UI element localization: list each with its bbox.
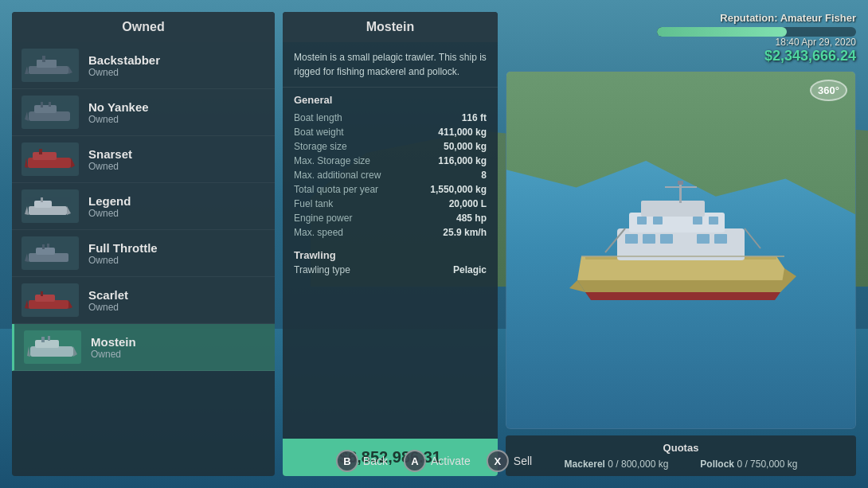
stat-value-total-quota: 1,550,000 kg [430,184,487,195]
svg-marker-19 [67,206,71,215]
ship-thumb-full-throttle [22,236,79,270]
ships-panel: Owned Backstabber Owned [12,12,275,476]
stat-value-max-speed: 25.9 km/h [443,227,487,238]
svg-marker-35 [73,346,77,357]
svg-rect-51 [678,181,683,185]
stat-value-fuel-tank: 20,000 L [449,198,487,209]
ship-item-no-yankee[interactable]: No Yankee Owned [12,89,275,136]
svg-rect-6 [34,105,57,113]
quota-label-mackerel: Mackerel [565,459,605,470]
ship-status-legend: Owned [88,208,131,219]
ship-item-backstabber[interactable]: Backstabber Owned [12,42,275,89]
ship-item-full-throttle[interactable]: Full Throttle Owned [12,230,275,277]
ship-name-snarset: Snarset [88,147,132,161]
svg-rect-50 [665,186,697,188]
stat-value-max-crew: 8 [481,170,487,181]
svg-marker-9 [25,111,29,121]
stat-row-boat-length: Boat length 116 ft [294,111,487,125]
ship-item-mostein[interactable]: Mostein Owned [12,324,275,371]
svg-rect-33 [48,336,50,341]
control-sell-label: Sell [514,455,532,467]
svg-rect-7 [41,102,43,107]
ship-status-no-yankee: Owned [88,114,149,125]
svg-marker-4 [68,66,72,74]
stat-label-max-crew: Max. additional crew [294,170,381,181]
svg-rect-11 [33,152,57,160]
control-sell[interactable]: X Sell [487,450,532,472]
stat-label-boat-weight: Boat weight [294,127,344,138]
control-back[interactable]: B Back [336,450,388,472]
stat-value-boat-length: 116 ft [462,112,487,123]
view-360-badge[interactable]: 360° [810,80,847,101]
svg-rect-2 [42,56,45,62]
time-display: 18:40 Apr 29, 2020 [776,37,856,48]
reputation-bar-bg [657,27,856,37]
svg-marker-29 [68,300,72,309]
btn-circle-sell: X [487,450,509,472]
svg-rect-42 [660,234,673,244]
svg-rect-31 [35,340,59,348]
stat-row-max-crew: Max. additional crew 8 [294,168,487,182]
stat-row-max-storage: Max. Storage size 116,000 kg [294,154,487,168]
svg-rect-22 [42,244,45,249]
bottom-controls: B Back A Activate X Sell [336,450,532,472]
ship-info-snarset: Snarset Owned [88,147,132,172]
stat-value-boat-weight: 411,000 kg [438,127,487,138]
ship-status-full-throttle: Owned [88,255,158,266]
svg-rect-39 [641,201,705,217]
ship-item-snarset[interactable]: Snarset Owned [12,136,275,183]
svg-rect-17 [41,197,43,202]
stat-label-total-quota: Total quota per year [294,184,378,195]
svg-marker-34 [27,346,30,357]
right-panel: Reputation: Amateur Fisher 18:40 Apr 29,… [506,12,856,476]
quota-item-pollock: Pollock 0 / 750,000 kg [700,459,797,470]
trawling-type-label: Trawling type [294,264,350,275]
svg-rect-12 [39,149,42,154]
control-activate[interactable]: A Activate [404,450,471,472]
details-description: Mostein is a small pelagic trawler. This… [283,42,498,88]
svg-rect-27 [41,291,43,296]
ship-thumb-no-yankee [22,96,79,129]
details-general-title: General [294,94,487,106]
control-back-label: Back [363,455,388,467]
svg-marker-28 [25,300,29,309]
ship-name-scarlet: Scarlet [88,288,128,302]
svg-rect-23 [47,244,49,248]
trawling-section: Trawling Trawling type Pelagic [283,246,498,282]
stat-value-engine-power: 485 hp [456,213,487,224]
stat-label-engine-power: Engine power [294,213,352,224]
ship-info-backstabber: Backstabber Owned [88,53,160,78]
ship-thumb-snarset [22,142,79,176]
ship-item-legend[interactable]: Legend Owned [12,183,275,230]
trawling-title: Trawling [294,249,487,261]
quota-value-mackerel: 0 / 800,000 kg [608,459,668,470]
reputation-container: Reputation: Amateur Fisher 18:40 Apr 29,… [506,12,856,64]
stat-label-max-storage: Max. Storage size [294,155,370,166]
svg-marker-3 [25,66,29,74]
ship-name-backstabber: Backstabber [88,53,160,67]
stat-row-fuel-tank: Fuel tank 20,000 L [294,197,487,211]
stat-row-boat-weight: Boat weight 411,000 kg [294,125,487,139]
svg-rect-43 [697,234,710,244]
control-activate-label: Activate [431,455,471,467]
stat-row-engine-power: Engine power 485 hp [294,211,487,225]
ships-list: Backstabber Owned No Yankee Owne [12,42,275,476]
btn-circle-back: B [336,450,358,472]
stat-label-boat-length: Boat length [294,112,342,123]
svg-rect-26 [35,295,55,302]
ship-info-scarlet: Scarlet Owned [88,288,128,313]
ship-status-backstabber: Owned [88,67,160,78]
ship-item-scarlet[interactable]: Scarlet Owned [12,277,275,324]
quota-item-mackerel: Mackerel 0 / 800,000 kg [565,459,669,470]
quotas-title: Quotas [663,442,699,454]
svg-rect-32 [41,337,45,342]
svg-rect-21 [36,248,55,255]
svg-marker-24 [25,253,29,262]
details-general-section: General Boat length 116 ft Boat weight 4… [283,88,498,246]
trawling-type-row: Trawling type Pelagic [294,264,487,275]
svg-rect-8 [49,102,51,107]
ship-info-mostein: Mostein Owned [91,335,136,360]
svg-rect-37 [617,228,745,260]
reputation-label: Reputation: Amateur Fisher [720,12,856,24]
svg-rect-45 [637,217,647,224]
